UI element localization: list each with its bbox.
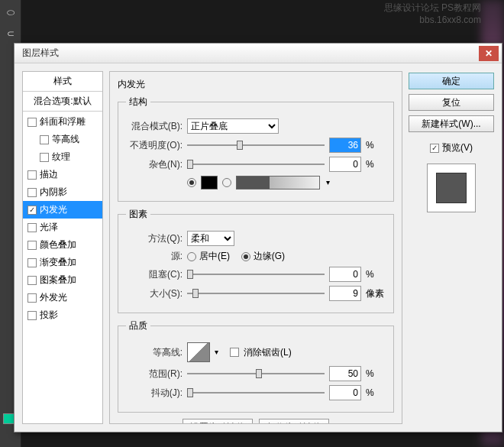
style-label: 渐变叠加	[40, 256, 76, 269]
style-label: 图案叠加	[40, 274, 76, 287]
ok-button[interactable]: 确定	[409, 73, 494, 89]
size-label: 大小(S):	[126, 287, 183, 300]
choke-unit: %	[366, 269, 386, 280]
style-checkbox[interactable]	[27, 241, 37, 250]
style-checkbox[interactable]	[27, 276, 37, 285]
size-slider[interactable]	[187, 287, 325, 300]
right-panel: 确定 复位 新建样式(W)... 预览(V)	[409, 71, 494, 424]
style-checkbox[interactable]	[27, 223, 37, 232]
preview-label[interactable]: 预览(V)	[442, 141, 473, 154]
styles-subheader[interactable]: 混合选项:默认	[23, 92, 102, 112]
blend-mode-label: 混合模式(B):	[126, 120, 183, 133]
style-item-2[interactable]: 纹理	[23, 148, 102, 166]
technique-label: 方法(Q):	[126, 232, 183, 245]
style-checkbox[interactable]	[27, 293, 37, 303]
style-item-7[interactable]: 颜色叠加	[23, 236, 102, 254]
style-item-9[interactable]: 图案叠加	[23, 271, 102, 289]
color-swatch-black[interactable]	[201, 176, 218, 189]
dialog-body: 样式 混合选项:默认 斜面和浮雕等高线纹理描边内阴影内发光光泽颜色叠加渐变叠加图…	[15, 63, 502, 432]
reset-default-button[interactable]: 复位为默认值	[259, 419, 329, 424]
quality-legend: 品质	[126, 319, 150, 332]
contour-label: 等高线:	[126, 346, 183, 359]
source-center-label[interactable]: 居中(E)	[199, 250, 230, 263]
styles-header[interactable]: 样式	[23, 72, 102, 92]
tool-icon-lasso[interactable]: ⊂	[2, 24, 20, 43]
range-label: 范围(R):	[126, 368, 183, 381]
jitter-slider[interactable]	[187, 387, 325, 399]
panel-title: 内发光	[118, 78, 394, 91]
source-center-radio[interactable]	[187, 252, 196, 261]
noise-unit: %	[366, 159, 386, 170]
style-item-11[interactable]: 投影	[23, 306, 102, 324]
style-checkbox[interactable]	[40, 135, 49, 144]
style-label: 等高线	[52, 133, 79, 146]
style-checkbox[interactable]	[27, 188, 37, 197]
choke-slider[interactable]	[187, 268, 325, 280]
cancel-button[interactable]: 复位	[409, 94, 494, 111]
style-checkbox[interactable]	[27, 170, 37, 180]
style-item-8[interactable]: 渐变叠加	[23, 254, 102, 271]
watermark-line1: 思缘设计论坛 PS教程网	[384, 2, 481, 15]
preview-thumb	[436, 173, 467, 203]
source-label: 源:	[126, 250, 183, 263]
style-checkbox[interactable]	[40, 153, 49, 162]
noise-input[interactable]	[329, 157, 361, 172]
jitter-label: 抖动(J):	[126, 387, 183, 400]
choke-label: 阻塞(C):	[126, 268, 183, 281]
noise-slider[interactable]	[187, 158, 325, 170]
opacity-unit: %	[366, 140, 386, 151]
preview-checkbox[interactable]	[430, 144, 439, 153]
blend-mode-select[interactable]: 正片叠底	[187, 118, 279, 134]
watermark-line2: bbs.16xx8.com	[384, 15, 481, 25]
style-label: 光泽	[40, 221, 58, 234]
antialias-checkbox[interactable]	[230, 348, 239, 357]
style-checkbox[interactable]	[27, 118, 37, 127]
settings-panel: 内发光 结构 混合模式(B): 正片叠底 不透明度(O): % 杂色(N):	[109, 71, 402, 424]
watermark: 思缘设计论坛 PS教程网 bbs.16xx8.com	[384, 2, 481, 25]
structure-group: 结构 混合模式(B): 正片叠底 不透明度(O): % 杂色(N): %	[118, 96, 394, 202]
opacity-slider[interactable]	[187, 139, 325, 151]
gradient-radio[interactable]	[222, 178, 231, 187]
source-edge-radio[interactable]	[241, 252, 250, 261]
range-slider[interactable]	[187, 368, 325, 380]
style-label: 斜面和浮雕	[40, 115, 86, 128]
contour-swatch[interactable]	[187, 342, 210, 362]
dialog-title: 图层样式	[18, 47, 479, 60]
jitter-input[interactable]	[329, 385, 361, 400]
opacity-input[interactable]	[329, 138, 361, 153]
range-input[interactable]	[329, 366, 361, 381]
style-item-6[interactable]: 光泽	[23, 219, 102, 236]
new-style-button[interactable]: 新建样式(W)...	[409, 115, 494, 132]
tool-icon-quickselect[interactable]: ⬭	[2, 3, 20, 21]
color-radio[interactable]	[187, 178, 196, 187]
size-unit: 像素	[366, 287, 386, 300]
gradient-swatch[interactable]	[236, 176, 320, 189]
quality-group: 品质 等高线: 消除锯齿(L) 范围(R): % 抖动(J):	[118, 319, 394, 413]
preview-box	[427, 164, 476, 212]
styles-panel: 样式 混合选项:默认 斜面和浮雕等高线纹理描边内阴影内发光光泽颜色叠加渐变叠加图…	[22, 71, 103, 424]
style-item-10[interactable]: 外发光	[23, 289, 102, 306]
titlebar[interactable]: 图层样式 ✕	[15, 44, 502, 63]
style-label: 描边	[40, 168, 58, 181]
make-default-button[interactable]: 设置为默认值	[183, 419, 253, 424]
style-item-3[interactable]: 描边	[23, 166, 102, 183]
technique-select[interactable]: 柔和	[187, 231, 234, 246]
opacity-label: 不透明度(O):	[126, 139, 183, 152]
style-label: 纹理	[52, 151, 70, 164]
source-edge-label[interactable]: 边缘(G)	[254, 250, 285, 263]
size-input[interactable]	[329, 286, 361, 301]
style-checkbox[interactable]	[27, 258, 37, 267]
jitter-unit: %	[366, 387, 386, 398]
range-unit: %	[366, 368, 386, 379]
style-item-4[interactable]: 内阴影	[23, 183, 102, 201]
style-item-5[interactable]: 内发光	[23, 201, 102, 219]
style-item-1[interactable]: 等高线	[23, 131, 102, 148]
styles-list: 斜面和浮雕等高线纹理描边内阴影内发光光泽颜色叠加渐变叠加图案叠加外发光投影	[23, 112, 102, 326]
choke-input[interactable]	[329, 267, 361, 282]
close-icon: ✕	[485, 48, 493, 59]
style-item-0[interactable]: 斜面和浮雕	[23, 113, 102, 131]
style-checkbox[interactable]	[27, 206, 37, 215]
antialias-label[interactable]: 消除锯齿(L)	[244, 346, 292, 359]
close-button[interactable]: ✕	[479, 46, 499, 61]
style-checkbox[interactable]	[27, 311, 37, 320]
